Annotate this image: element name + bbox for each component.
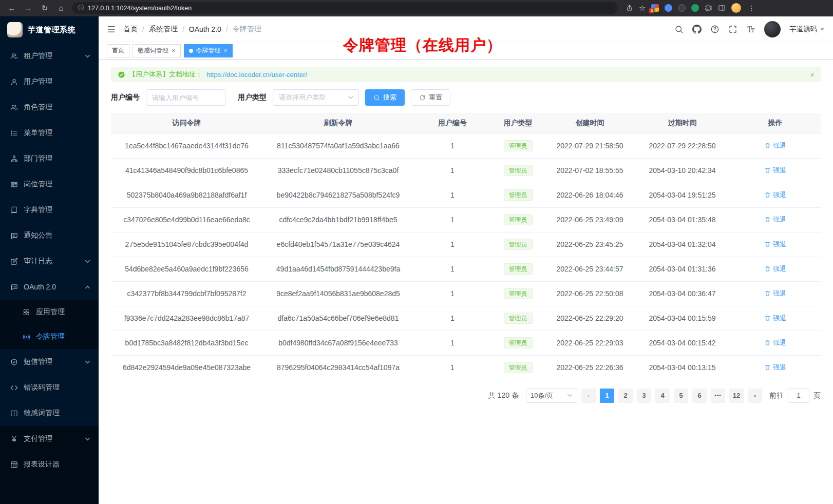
user-type-label: 用户类型 [238,93,267,102]
trash-icon [764,216,771,223]
user-id-cell: 1 [414,183,491,207]
tab-home[interactable]: 首页 [107,44,129,57]
app-logo[interactable]: 芋道管理系统 [0,16,99,43]
search-icon[interactable] [674,25,684,34]
force-logout-button[interactable]: 强退 [764,166,786,175]
fullscreen-icon[interactable] [728,25,737,34]
help-icon[interactable] [710,25,720,34]
page-button-4[interactable]: 4 [655,389,670,403]
prev-page-button[interactable]: ‹ [581,389,596,403]
refresh-token-cell: 811c530487574fa0af1a59d3abc1aa66 [262,133,414,158]
goto-page-input[interactable] [788,389,809,403]
tab-sensitive-word[interactable]: 敏感词管理 × [132,44,181,57]
sidebar-item-oauth2[interactable]: OAuth 2.0 [0,274,99,300]
extension-dark-icon[interactable] [678,4,686,12]
doc-link[interactable]: https://doc.iocoder.cn/user-center/ [206,71,307,79]
bookmark-star-icon[interactable]: ☆ [639,4,646,13]
reload-icon[interactable]: ↻ [39,4,50,13]
page-size-select[interactable]: 10条/页 [526,389,577,403]
split-view-icon[interactable] [718,4,726,12]
sidebar-item-oauth2-token[interactable]: 令牌管理 [0,324,99,349]
sidebar-item-post[interactable]: 岗位管理 [0,171,99,197]
menu-collapse-icon[interactable] [107,25,116,34]
access-token-cell: 1ea5e44f8bc1467aaede43144f31de76 [111,133,262,158]
sidebar-item-user[interactable]: 用户管理 [0,69,99,94]
id-badge-icon [10,181,18,188]
search-button[interactable]: 搜索 [365,89,405,106]
active-dot-icon [189,49,193,53]
extensions-puzzle-icon[interactable] [705,4,712,12]
page-button-1[interactable]: 1 [600,389,614,403]
page-button-12[interactable]: 12 [729,389,744,403]
expire-time-cell: 2054-03-04 01:31:36 [635,257,730,281]
github-icon[interactable] [692,25,702,34]
table-row: f9336e7c7dd242a283ee98dc86b17a87 dfa6c71… [111,306,821,331]
table-row: 275e5de9151045fe87cbdc395e004f4d e6cfd40… [111,232,821,257]
user-type-badge: 管理员 [504,239,533,250]
forward-icon[interactable]: → [23,4,34,12]
close-icon[interactable]: × [224,47,228,54]
reset-button[interactable]: 重置 [411,89,450,106]
trash-icon [764,191,771,198]
user-id-input[interactable] [146,89,225,106]
expire-time-cell: 2054-03-04 00:15:59 [635,306,730,331]
extension-blue-icon[interactable] [665,4,672,12]
page-button-3[interactable]: 3 [637,389,651,403]
sidebar-menu: 租户管理 用户管理 角色管理 菜单管理 部门管理 [0,43,99,504]
back-icon[interactable]: ← [6,4,17,12]
sidebar-item-menu[interactable]: 菜单管理 [0,120,99,146]
force-logout-button[interactable]: 强退 [764,141,786,150]
breadcrumb-oauth2[interactable]: OAuth 2.0 [189,25,221,33]
sidebar-item-notice[interactable]: 通知公告 [0,223,99,248]
sidebar-item-oauth2-app[interactable]: 应用管理 [0,300,99,324]
user-avatar[interactable] [764,21,781,37]
more-pages-button[interactable]: ••• [711,389,725,403]
page-button-5[interactable]: 5 [674,389,688,403]
user-id-label: 用户编号 [111,93,140,102]
extension-green-icon[interactable] [691,4,699,12]
browser-menu-icon[interactable]: ⋮ [747,4,756,12]
user-type-select[interactable]: 请选择用户类型 [273,89,359,106]
sidebar-item-report-designer[interactable]: 报表设计器 [0,452,99,477]
user-menu[interactable]: 芋道源码 [789,25,825,34]
force-logout-button[interactable]: 强退 [764,314,786,323]
font-size-icon[interactable] [746,25,755,34]
sidebar-item-label: 部门管理 [24,154,52,163]
page-button-6[interactable]: 6 [692,389,707,403]
force-logout-button[interactable]: 强退 [764,363,786,372]
next-page-button[interactable]: › [748,389,762,403]
sidebar-item-error-code[interactable]: 错误码管理 [0,375,99,400]
force-logout-button[interactable]: 强退 [764,289,786,298]
search-icon [373,94,380,101]
share-icon[interactable] [626,4,633,12]
profile-avatar[interactable] [731,3,741,13]
breadcrumb-system[interactable]: 系统管理 [149,25,178,34]
org-tree-icon [10,155,18,163]
page-button-2[interactable]: 2 [618,389,633,403]
force-logout-button[interactable]: 强退 [764,240,786,249]
sidebar-item-role[interactable]: 角色管理 [0,94,99,120]
sidebar-item-sensitive-word[interactable]: 敏感词管理 [0,400,99,426]
close-icon[interactable]: × [172,47,176,54]
expire-time-cell: 2054-03-04 19:51:25 [635,183,730,207]
sidebar-item-pay[interactable]: 支付管理 [0,426,99,452]
breadcrumb-home[interactable]: 首页 [123,25,138,34]
url-bar[interactable]: ⓘ 127.0.0.1:1024/system/oauth2/token [72,2,617,14]
header-tools: 芋道源码 [674,21,825,37]
force-logout-button[interactable]: 强退 [764,338,786,347]
force-logout-button[interactable]: 强退 [764,215,786,224]
sidebar-item-tenant[interactable]: 租户管理 [0,43,99,69]
close-icon[interactable]: × [810,70,815,79]
trash-icon [764,167,771,173]
force-logout-button[interactable]: 强退 [764,264,786,274]
home-icon[interactable]: ⌂ [55,4,67,12]
sidebar-item-audit-log[interactable]: 审计日志 [0,248,99,274]
sidebar-item-sms[interactable]: 短信管理 [0,349,99,375]
force-logout-button[interactable]: 强退 [764,190,786,200]
extension-icon[interactable]: 6 [651,4,659,12]
sidebar-item-dict[interactable]: 字典管理 [0,197,99,223]
table-header-row: 访问令牌 刷新令牌 用户编号 用户类型 创建时间 过期时间 操作 [111,113,821,133]
site-info-icon[interactable]: ⓘ [78,4,84,12]
sidebar-item-dept[interactable]: 部门管理 [0,146,99,171]
tab-token[interactable]: 令牌管理 × [184,44,233,57]
